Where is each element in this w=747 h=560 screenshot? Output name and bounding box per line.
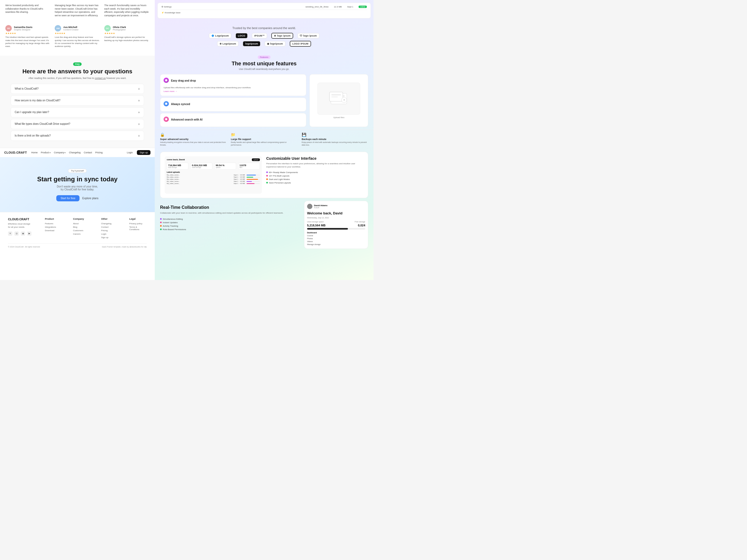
explore-plans-button[interactable]: Explore plans — [82, 197, 99, 200]
footer-link-careers[interactable]: Careers — [73, 233, 91, 235]
collab-feature-dot-2 — [160, 225, 162, 227]
twitter-icon[interactable]: ✕ — [8, 232, 12, 236]
nav-link-home[interactable]: Home — [31, 151, 37, 154]
upload-row-size-0: 4.8 MB — [240, 174, 245, 176]
fm-top-row: ⚙ Settings wedding_shot_08_3hew 12.3 MB … — [161, 6, 367, 8]
try-badge: Try it yourself — [68, 169, 87, 173]
reviewer-role-0: Graphic Designer — [14, 29, 32, 31]
search-icon — [163, 116, 169, 122]
upload-row-size-4: 4.8 MB — [240, 183, 245, 184]
bottom-feature-0-title: Super advanced security — [160, 138, 227, 140]
footer-logo: CLOUD.CRAFT — [8, 218, 34, 221]
top-quote-2-text: Managing large files across my team has … — [55, 4, 100, 17]
nav-link-pricing[interactable]: Pricing — [95, 151, 103, 154]
footer-link-login[interactable]: Login — [101, 233, 119, 235]
collab-feature-dot-1 — [160, 221, 162, 223]
dribbble-icon[interactable]: ◉ — [21, 232, 25, 236]
footer-link-features[interactable]: Features — [45, 222, 62, 225]
knowledge-base-link[interactable]: ⚡ Knowledge base — [161, 11, 180, 14]
faq-plus-icon-1: + — [138, 99, 140, 103]
footer-top: CLOUD.CRAFT Effortless cloud storagefor … — [8, 218, 147, 240]
upload-bar-1 — [247, 177, 260, 178]
faq-item-4[interactable]: Is there a limit on file uploads? + — [11, 131, 144, 141]
faq-item-2[interactable]: Can I upgrade my plan later? + — [11, 107, 144, 117]
start-for-free-button[interactable]: Start for free — [56, 195, 80, 201]
footer-link-pricing[interactable]: Pricing — [101, 229, 119, 232]
cta-subtitle: Don't waste any more of your time,try Cl… — [5, 185, 149, 191]
cui-section-desc: Personalize the interface to match your … — [266, 162, 364, 168]
svg-rect-5 — [331, 94, 341, 96]
upload-row-4: My_video_name... Sept 1 4.8 MB — [167, 183, 260, 184]
collab-nav-item-4[interactable]: Manage storage — [307, 243, 365, 246]
footer-link-terms[interactable]: Terms & Conditions — [129, 226, 147, 231]
youtube-icon[interactable]: ▶ — [27, 232, 31, 236]
reviewer-role-1: Content Creator — [63, 29, 78, 31]
cui-stat-2: 99.54 % uptime — [214, 163, 236, 169]
upload-row-3: My_video_name... Sept 1 4.8 MB — [167, 181, 260, 182]
logo-ipsum-shield: 🛡 logo ipsum — [298, 33, 319, 38]
nav-cta-button[interactable]: Sign up — [137, 150, 151, 155]
faq-item-4-text: Is there a limit on file uploads? — [15, 134, 51, 137]
footer-link-signup[interactable]: Sign up — [101, 236, 119, 239]
cui-upload-btn[interactable]: upload — [252, 158, 260, 161]
fm-divider — [161, 9, 367, 10]
top-quotes-row: We've boosted productivity and collabora… — [5, 0, 149, 20]
upload-bar-fill-3 — [247, 181, 252, 182]
faq-item-1[interactable]: How secure is my data on CloudCraft? + — [11, 96, 144, 106]
footer-link-privacy[interactable]: Privacy policy — [129, 222, 147, 225]
footer-link-integrations[interactable]: Integrations — [45, 226, 62, 228]
custom-ui-section: come back, David upload 716,564 MB total… — [160, 152, 368, 198]
logo-loco: LOCO — [236, 33, 248, 38]
footer-col-company: Company About Blog Customers Careers — [73, 218, 91, 240]
faq-item-3[interactable]: What file types does CloudCraft Drive su… — [11, 119, 144, 129]
storage-used-val: 5,218,564 MB — [307, 224, 326, 227]
nav-link-contact[interactable]: Contact — [84, 151, 92, 154]
nav-login-link[interactable]: Login — [127, 151, 133, 154]
storage-labels-row: Used storage space Free storage — [307, 221, 365, 223]
top-quote-2: Managing large files across my team has … — [55, 3, 100, 17]
page-wrapper: We've boosted productivity and collabora… — [0, 0, 374, 280]
footer-link-blog[interactable]: Blog — [73, 226, 91, 228]
nav-link-changelog[interactable]: Changelog — [69, 151, 81, 154]
nav-logo: CLOUD.CRAFT — [4, 151, 27, 154]
collab-nav-item-3[interactable]: Videos — [307, 240, 365, 243]
collab-title: Real-Time Collaboration — [160, 205, 300, 210]
settings-link[interactable]: ⚙ Settings — [161, 6, 172, 8]
feature-preview: + Upload files — [309, 74, 368, 127]
collab-section: Real-Time Collaboration Collaborate with… — [160, 201, 368, 249]
nav-link-product[interactable]: Product — [41, 151, 51, 154]
footer-link-changelog[interactable]: Changelog — [101, 222, 119, 225]
footer-link-download[interactable]: Download — [45, 229, 62, 232]
footer-link-about[interactable]: About — [73, 222, 91, 225]
upload-row-date-4: Sept 1 — [234, 183, 238, 184]
faq-item-0[interactable]: What is CloudCraft? + — [11, 84, 144, 94]
cui-feature-text-2: Dark and Light Modes — [269, 178, 290, 181]
collab-nav-item-0[interactable]: Dashboard — [307, 231, 365, 234]
security-icon: 🔒 — [160, 133, 227, 137]
footer-bottom: © 2024 CloudCraft · All rights reserved … — [8, 243, 147, 248]
faq-contact-link[interactable]: contact us — [95, 77, 106, 79]
footer-col-other-title: Other — [101, 218, 119, 220]
cui-stat-1-lbl: used storage — [192, 167, 211, 168]
collab-feature-text-3: Role-Based Permissions — [163, 228, 186, 231]
feature-link-0[interactable]: Learn more → — [163, 90, 303, 92]
storage-bar — [307, 228, 365, 230]
collab-feature-dot-3 — [160, 229, 162, 230]
feature-name-2: Advanced search with AI — [171, 118, 203, 121]
collab-nav-item-1[interactable]: Course — [307, 234, 365, 237]
top-quote-1-text: We've boosted productivity and collabora… — [5, 4, 50, 14]
footer-link-customers[interactable]: Customers — [73, 229, 91, 232]
footer-link-contact[interactable]: Contact — [101, 226, 119, 228]
upload-row-name-0: My_video_name... — [167, 174, 232, 176]
footer-col-product: Product Features Integrations Download — [45, 218, 62, 240]
upload-row-date-1: Sept 1 — [234, 176, 238, 178]
nav-link-company[interactable]: Company — [54, 151, 66, 154]
footer-brand: CLOUD.CRAFT Effortless cloud storagefor … — [8, 218, 34, 240]
bottom-feature-1-desc: Easily handle and upload large files wit… — [231, 141, 297, 146]
features-title: The most unique features — [160, 60, 368, 67]
features-subtitle: Use CloudCraft seamlessly everywhere you… — [160, 68, 368, 71]
cui-stat-0: 716,564 MB total storage — [167, 163, 188, 169]
bottom-feature-1-title: Large file support — [231, 138, 297, 140]
instagram-icon[interactable]: ◎ — [15, 232, 19, 236]
collab-nav-item-2[interactable]: Photos — [307, 237, 365, 240]
